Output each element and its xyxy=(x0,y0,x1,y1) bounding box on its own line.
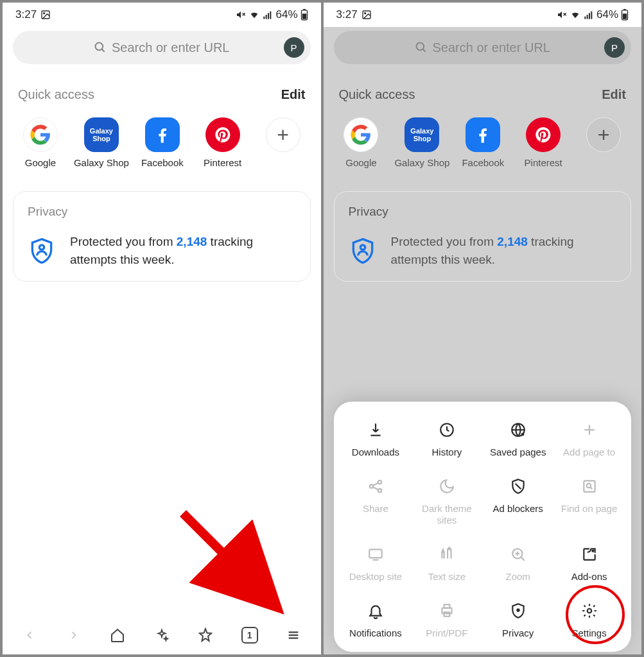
menu-text-size: Text size xyxy=(412,544,481,583)
svg-line-12 xyxy=(102,49,105,52)
plus-icon xyxy=(579,420,600,440)
menu-settings[interactable]: Settings xyxy=(555,601,623,639)
svg-point-20 xyxy=(364,13,365,14)
facebook-icon xyxy=(145,117,180,152)
quick-access-row: Google GalaxyShop Galaxy Shop Facebook P… xyxy=(13,117,311,168)
phone-left: 3:27 64% Search or enter URL P Quick acc… xyxy=(3,3,321,654)
menu-downloads[interactable]: Downloads xyxy=(342,420,410,458)
svg-point-57 xyxy=(517,609,519,611)
search-bar[interactable]: Search or enter URL P xyxy=(13,31,311,64)
svg-rect-29 xyxy=(623,13,627,19)
shield-icon xyxy=(349,237,377,265)
svg-rect-28 xyxy=(623,9,626,10)
facebook-icon xyxy=(466,117,500,152)
qa-google[interactable]: Google xyxy=(339,117,384,168)
privacy-shield-icon xyxy=(508,601,528,621)
qa-add[interactable]: + xyxy=(261,117,306,168)
qa-facebook[interactable]: Facebook xyxy=(140,117,185,168)
battery-percent: 64% xyxy=(275,8,297,21)
mute-icon xyxy=(236,10,246,20)
status-bar: 3:27 64% xyxy=(3,3,321,27)
svg-rect-56 xyxy=(444,612,449,617)
nav-forward[interactable] xyxy=(61,622,87,648)
svg-line-43 xyxy=(515,484,521,490)
wifi-icon xyxy=(248,10,260,20)
svg-rect-6 xyxy=(268,13,269,19)
photo-icon xyxy=(40,10,51,20)
wifi-icon xyxy=(570,10,581,20)
privacy-title: Privacy xyxy=(349,205,617,219)
battery-percent: 64% xyxy=(596,8,618,21)
print-icon xyxy=(437,601,457,621)
google-icon xyxy=(344,117,378,152)
svg-rect-25 xyxy=(589,13,590,19)
svg-point-13 xyxy=(39,244,44,249)
svg-line-42 xyxy=(373,487,379,490)
svg-line-41 xyxy=(373,483,379,486)
phone-content: Search or enter URL P Quick access Edit … xyxy=(3,27,321,616)
menu-desktop-site: Desktop site xyxy=(342,544,410,583)
history-icon xyxy=(437,420,457,440)
qa-galaxy-shop[interactable]: GalaxyShop Galaxy Shop xyxy=(78,117,125,168)
profile-avatar[interactable]: P xyxy=(284,37,304,58)
nav-tabs[interactable]: 1 xyxy=(237,622,263,648)
menu-sheet: DownloadsHistorySaved pagesAdd page toSh… xyxy=(334,402,632,652)
svg-point-53 xyxy=(592,550,593,552)
privacy-card[interactable]: Privacy Protected you from 2,148 trackin… xyxy=(13,191,311,282)
svg-point-11 xyxy=(96,43,103,51)
svg-rect-7 xyxy=(270,12,272,19)
galaxy-shop-icon: GalaxyShop xyxy=(84,117,119,152)
nav-menu[interactable] xyxy=(281,622,306,648)
nav-bookmark[interactable] xyxy=(193,622,218,648)
plus-icon: + xyxy=(266,117,300,152)
signal-icon xyxy=(263,10,273,20)
quick-access-title: Quick access xyxy=(339,87,415,102)
qa-pinterest[interactable]: Pinterest xyxy=(200,117,245,168)
text-size-icon xyxy=(437,544,457,565)
svg-rect-9 xyxy=(303,9,306,10)
search-icon xyxy=(415,41,428,54)
qa-pinterest[interactable]: Pinterest xyxy=(521,117,566,168)
pinterest-icon xyxy=(205,117,240,152)
menu-privacy[interactable]: Privacy xyxy=(483,601,552,639)
menu-add-ons[interactable]: Add-ons xyxy=(555,544,623,583)
svg-point-32 xyxy=(360,244,365,249)
addon-icon xyxy=(579,544,600,565)
privacy-text: Protected you from 2,148 tracking attemp… xyxy=(70,233,296,268)
edit-button[interactable]: Edit xyxy=(602,87,626,102)
menu-saved-pages[interactable]: Saved pages xyxy=(483,420,552,458)
download-icon xyxy=(365,420,386,440)
photo-icon xyxy=(361,10,372,20)
nav-sparkle[interactable] xyxy=(149,622,175,648)
signal-icon xyxy=(584,10,594,20)
edit-button[interactable]: Edit xyxy=(281,87,306,102)
qa-add[interactable]: + xyxy=(581,117,626,168)
qa-facebook[interactable]: Facebook xyxy=(460,117,505,168)
svg-point-1 xyxy=(44,13,45,14)
svg-line-31 xyxy=(422,49,425,52)
gear-icon xyxy=(579,601,600,621)
qa-google[interactable]: Google xyxy=(18,117,63,168)
profile-avatar[interactable]: P xyxy=(604,37,625,58)
svg-point-30 xyxy=(416,43,424,51)
find-icon xyxy=(579,476,600,497)
menu-history[interactable]: History xyxy=(412,420,481,458)
galaxy-shop-icon: GalaxyShop xyxy=(405,117,439,152)
menu-print-pdf: Print/PDF xyxy=(412,601,481,639)
quick-access-title: Quick access xyxy=(18,87,94,102)
qa-galaxy-shop[interactable]: GalaxyShop Galaxy Shop xyxy=(399,117,445,168)
menu-share: Share xyxy=(342,476,410,526)
svg-line-46 xyxy=(590,487,592,489)
battery-icon xyxy=(621,9,629,21)
quick-access-row: Google GalaxyShop Galaxy Shop Facebook P… xyxy=(334,117,632,168)
menu-notifications[interactable]: Notifications xyxy=(342,601,410,639)
svg-rect-24 xyxy=(587,15,588,19)
search-bar[interactable]: Search or enter URL P xyxy=(334,31,632,64)
privacy-card[interactable]: Privacy Protected you from 2,148 trackin… xyxy=(334,191,632,282)
search-icon xyxy=(94,41,107,54)
plus-icon: + xyxy=(586,117,621,152)
nav-home[interactable] xyxy=(105,622,130,648)
svg-line-50 xyxy=(521,557,524,560)
menu-ad-blockers[interactable]: Ad blockers xyxy=(483,476,552,526)
nav-back[interactable] xyxy=(17,622,42,648)
